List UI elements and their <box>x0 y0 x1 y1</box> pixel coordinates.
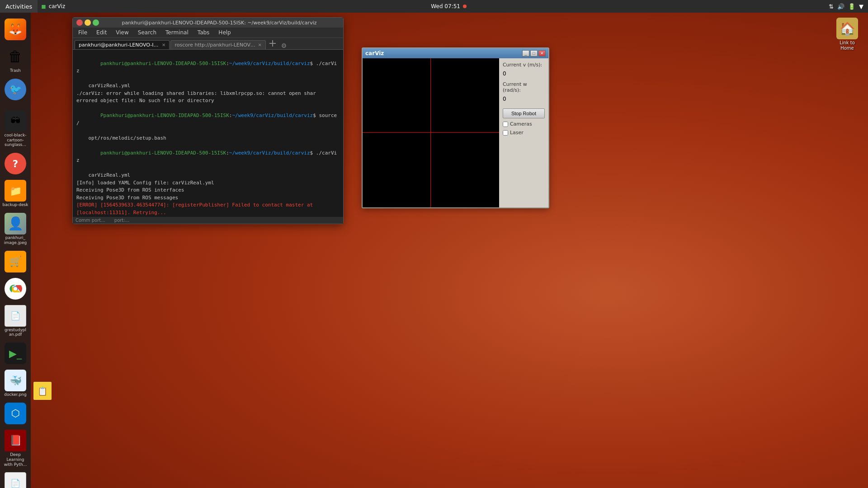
activities-button[interactable]: Activities <box>0 0 38 13</box>
terminal-status-port: port:... <box>114 218 129 223</box>
deeplearning-icon: 📕 <box>5 430 26 451</box>
sidebar-item-terminal[interactable]: ▶_ <box>1 341 30 366</box>
sidebar-item-chrome[interactable] <box>1 277 30 301</box>
carviz-win-controls: _ □ ✕ <box>522 50 546 56</box>
sidebar-item-backup[interactable]: 📁 backup-desk <box>1 178 30 209</box>
terminal-line: Receiving Pose3D from ROS interfaces <box>76 187 340 194</box>
desktop-icons: 🏠 Link to Home <box>831 16 863 53</box>
laser-label[interactable]: Laser <box>510 130 524 136</box>
terminal-line: [Info] loaded YAML Config file: carVizRe… <box>76 179 340 187</box>
terminal-line: pankhuri@pankhuri-LENOVO-IDEAPAD-500-15I… <box>76 142 340 172</box>
cameras-label[interactable]: Cameras <box>510 121 532 127</box>
backup-icon: 📁 <box>5 180 26 202</box>
carviz-titlebar: carViz _ □ ✕ <box>363 48 548 58</box>
tab2-close[interactable]: ✕ <box>258 42 261 47</box>
sunglass-label: cool-black-cartoon-sunglass... <box>2 133 28 147</box>
link-to-home-label: Link to Home <box>833 40 862 51</box>
carviz-maximize-btn[interactable]: □ <box>530 50 538 56</box>
tab-add-button[interactable] <box>267 39 278 49</box>
menu-search[interactable]: Search <box>136 28 158 37</box>
terminal-titlebar: ✕ − □ pankhuri@pankhuri-LENOVO-IDEAPAD-5… <box>73 18 343 28</box>
sidebar-item-vscode[interactable]: ⬡ <box>1 401 30 426</box>
sidebar-item-pankhuri[interactable]: 👤 pankhuri_ image.jpeg <box>1 211 30 247</box>
terminal-tabs: pankhuri@pankhuri-LENOVO-IDEAPAD-50... ✕… <box>73 38 343 50</box>
tab1-close[interactable]: ✕ <box>162 42 165 47</box>
terminal-line: opt/ros/melodic/setup.bash <box>76 135 340 142</box>
stop-robot-button[interactable]: Stop Robot <box>503 108 545 118</box>
amazon-icon: 🛒 <box>5 251 26 272</box>
sidebar-item-sunglass[interactable]: 🕶 cool-black-cartoon-sunglass... <box>1 109 30 149</box>
tab1-label: pankhuri@pankhuri-LENOVO-IDEAPAD-50... <box>79 42 160 48</box>
menu-help[interactable]: Help <box>217 28 232 37</box>
terminal-minimize-btn[interactable]: − <box>85 19 91 26</box>
datetime-display: Wed 07:51 <box>431 3 460 9</box>
terminal-line: carVizReal.yml <box>76 172 340 179</box>
svg-rect-7 <box>269 43 276 44</box>
carviz-title: carViz <box>365 50 384 56</box>
sidebar-item-amazon[interactable]: 🛒 <box>1 249 30 274</box>
tab-settings-icon[interactable]: ⚙ <box>281 42 287 49</box>
terminal-line: errored object file: No such file or dir… <box>76 97 340 105</box>
carviz-minimize-btn[interactable]: _ <box>522 50 529 56</box>
network-icon[interactable]: ⇅ <box>829 3 834 10</box>
pankhuri-image-icon: 👤 <box>5 213 26 235</box>
sidebar-item-deeplearning[interactable]: 📕 Deep Learning with Pyth... <box>1 428 30 468</box>
sidebar-item-14-468[interactable]: 📄 14-468.pdf <box>1 471 30 488</box>
sticky-note[interactable]: 📋 <box>33 382 52 400</box>
sidebar-item-grestudyplan[interactable]: 📄 grestudypl an.pdf <box>1 304 30 339</box>
carviz-window: carViz _ □ ✕ Current v (m/s): 0 Current … <box>362 47 549 208</box>
menu-tabs[interactable]: Tabs <box>196 28 212 37</box>
terminal-win-controls: ✕ − □ <box>76 19 99 26</box>
terminal-statusbar: Comm port... port:... <box>73 217 343 224</box>
sound-icon[interactable]: 🔊 <box>837 3 844 10</box>
menu-file[interactable]: File <box>76 28 89 37</box>
terminal-window: ✕ − □ pankhuri@pankhuri-LENOVO-IDEAPAD-5… <box>72 17 344 224</box>
menu-terminal[interactable]: Terminal <box>164 28 190 37</box>
laser-checkbox[interactable] <box>503 130 508 136</box>
terminal-maximize-btn[interactable]: □ <box>93 19 99 26</box>
terminal-tab-1[interactable]: pankhuri@pankhuri-LENOVO-IDEAPAD-50... ✕ <box>75 40 170 49</box>
current-w-value: 0 <box>503 96 545 102</box>
terminal-line: Receiving Pose3D from ROS messages <box>76 194 340 202</box>
carviz-body: Current v (m/s): 0 Current w (rad/s): 0 … <box>363 58 548 207</box>
terminal-menubar: File Edit View Search Terminal Tabs Help <box>73 28 343 38</box>
sidebar-item-help[interactable]: ? <box>1 151 30 176</box>
taskbar: Activities ■ carViz Wed 07:51 ⇅ 🔊 🔋 ▼ <box>0 0 868 13</box>
sidebar-item-trash[interactable]: 🗑 Trash <box>1 44 30 75</box>
taskbar-center: Wed 07:51 <box>69 3 829 9</box>
carviz-close-btn[interactable]: ✕ <box>538 50 546 56</box>
desktop-icon-link-to-home[interactable]: 🏠 Link to Home <box>831 16 863 53</box>
battery-icon[interactable]: 🔋 <box>848 3 855 10</box>
sidebar: 🦊 🗑 Trash 🐦 🕶 cool-black-cartoon-sunglas… <box>0 13 31 488</box>
terminal-tab-2[interactable]: roscore http://pankhuri-LENOVO-IDEAPAD-.… <box>170 40 265 49</box>
trash-label: Trash <box>10 68 21 73</box>
help-icon: ? <box>5 153 26 174</box>
sidebar-item-thunderbird[interactable]: 🐦 <box>1 77 30 102</box>
terminal-status-comm: Comm port... <box>75 218 105 223</box>
grestudyplan-icon: 📄 <box>5 305 26 327</box>
menu-view[interactable]: View <box>114 28 130 37</box>
taskbar-app-name[interactable]: ■ carViz <box>38 3 69 9</box>
sunglass-icon: 🕶 <box>5 110 26 132</box>
terminal-error-line: [localhost:11311]. Retrying... <box>76 209 340 217</box>
taskbar-right: ⇅ 🔊 🔋 ▼ <box>829 3 868 10</box>
settings-icon[interactable]: ▼ <box>859 3 863 10</box>
terminal-error-line: [ERROR] [1564539633.463544774]: [registe… <box>76 202 340 209</box>
carviz-viewport[interactable] <box>363 58 499 207</box>
deeplearning-label: Deep Learning with Pyth... <box>2 452 28 467</box>
sidebar-item-docker[interactable]: 🐳 docker.png <box>1 368 30 399</box>
vscode-icon: ⬡ <box>5 403 26 424</box>
terminal-body[interactable]: pankhuri@pankhuri-LENOVO-IDEAPAD-500-15I… <box>73 50 343 217</box>
sidebar-item-firefox[interactable]: 🦊 <box>1 17 30 42</box>
menu-edit[interactable]: Edit <box>94 28 108 37</box>
chrome-icon <box>5 278 26 300</box>
desktop: Activities ■ carViz Wed 07:51 ⇅ 🔊 🔋 ▼ 🦊 … <box>0 0 868 488</box>
14-468-icon: 📄 <box>5 472 26 488</box>
terminal-close-btn[interactable]: ✕ <box>76 19 83 26</box>
terminal-line: carVizReal.yml <box>76 82 340 90</box>
trash-icon: 🗑 <box>5 46 26 67</box>
backup-label: backup-desk <box>3 202 28 207</box>
pankhuri-label: pankhuri_ image.jpeg <box>2 235 28 245</box>
current-v-label: Current v (m/s): <box>503 62 545 68</box>
cameras-checkbox[interactable] <box>503 122 508 127</box>
